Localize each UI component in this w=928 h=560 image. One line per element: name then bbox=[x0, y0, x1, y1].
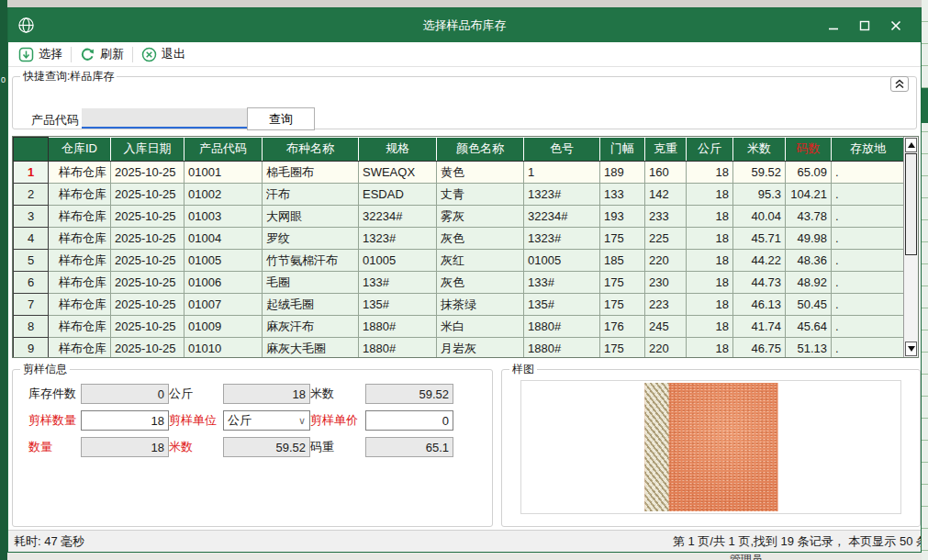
table-cell[interactable]: 01009 bbox=[184, 316, 263, 338]
table-cell[interactable]: 2025-10-25 bbox=[111, 228, 184, 250]
table-cell[interactable]: 01006 bbox=[184, 272, 263, 294]
row-number[interactable]: 7 bbox=[14, 294, 49, 316]
table-cell[interactable]: 1323# bbox=[524, 184, 600, 206]
table-cell[interactable]: 01001 bbox=[184, 162, 263, 184]
table-cell[interactable]: 41.74 bbox=[733, 316, 786, 338]
table-cell[interactable]: 抹茶绿 bbox=[437, 294, 524, 316]
table-row[interactable]: 9样布仓库2025-10-2501010麻灰大毛圈1880#月岩灰1880#17… bbox=[14, 338, 905, 359]
table-cell[interactable]: 灰色 bbox=[437, 272, 524, 294]
table-cell[interactable]: 月岩灰 bbox=[437, 338, 524, 359]
table-cell[interactable]: 104.21 bbox=[786, 184, 832, 206]
table-cell[interactable]: 01004 bbox=[184, 228, 263, 250]
table-cell[interactable]: 220 bbox=[645, 250, 687, 272]
table-cell[interactable]: 2025-10-25 bbox=[111, 184, 184, 206]
table-cell[interactable]: 133 bbox=[600, 184, 645, 206]
table-cell[interactable]: 44.73 bbox=[733, 272, 786, 294]
table-cell[interactable]: 46.75 bbox=[733, 338, 786, 359]
table-cell[interactable]: 2025-10-25 bbox=[111, 250, 184, 272]
row-number[interactable]: 4 bbox=[14, 228, 49, 250]
table-cell[interactable]: 灰色 bbox=[437, 228, 524, 250]
table-cell[interactable]: 189 bbox=[600, 162, 645, 184]
row-number[interactable]: 6 bbox=[14, 272, 49, 294]
column-header[interactable]: 门幅 bbox=[600, 138, 645, 162]
table-cell[interactable]: 45.71 bbox=[733, 228, 786, 250]
cut-price-field[interactable]: 0 bbox=[365, 410, 453, 431]
column-header[interactable]: 规格 bbox=[359, 138, 437, 162]
table-cell[interactable]: 2025-10-25 bbox=[111, 338, 184, 359]
table-cell[interactable]: 01010 bbox=[184, 338, 263, 359]
table-cell[interactable]: 43.78 bbox=[786, 206, 832, 228]
table-cell[interactable]: 竹节氨棉汗布 bbox=[263, 250, 359, 272]
cut-qty-field[interactable]: 18 bbox=[81, 410, 169, 431]
table-row[interactable]: 7样布仓库2025-10-2501007起绒毛圈135#抹茶绿135#17522… bbox=[14, 294, 905, 316]
table-cell[interactable]: 2025-10-25 bbox=[111, 294, 184, 316]
column-header[interactable]: 存放地 bbox=[832, 138, 905, 162]
table-cell[interactable]: 185 bbox=[600, 250, 645, 272]
table-cell[interactable]: 49.98 bbox=[786, 228, 832, 250]
table-cell[interactable]: . bbox=[832, 294, 905, 316]
scrollbar-thumb[interactable] bbox=[905, 153, 917, 255]
maximize-button[interactable] bbox=[849, 14, 880, 38]
table-row[interactable]: 8样布仓库2025-10-2501009麻灰汗布1880#米白1880#1762… bbox=[14, 316, 905, 338]
table-cell[interactable]: 193 bbox=[600, 206, 645, 228]
table-cell[interactable]: 18 bbox=[687, 316, 733, 338]
table-cell[interactable]: SWEAQX bbox=[359, 162, 437, 184]
table-row[interactable]: 5样布仓库2025-10-2501005竹节氨棉汗布01005灰红0100518… bbox=[14, 250, 905, 272]
table-cell[interactable]: 01005 bbox=[184, 250, 263, 272]
table-cell[interactable]: 2025-10-25 bbox=[111, 162, 184, 184]
table-cell[interactable]: 米白 bbox=[437, 316, 524, 338]
row-number[interactable]: 5 bbox=[14, 250, 49, 272]
table-cell[interactable]: 1 bbox=[524, 162, 600, 184]
table-cell[interactable]: 175 bbox=[600, 338, 645, 359]
column-header[interactable]: 入库日期 bbox=[111, 138, 184, 162]
cut-unit-select[interactable]: 公斤∨ bbox=[223, 410, 310, 431]
table-cell[interactable]: . bbox=[832, 272, 905, 294]
table-cell[interactable]: 46.13 bbox=[733, 294, 786, 316]
table-cell[interactable]: 01002 bbox=[184, 184, 263, 206]
table-cell[interactable]: 起绒毛圈 bbox=[263, 294, 359, 316]
table-cell[interactable]: 1323# bbox=[359, 228, 437, 250]
table-cell[interactable]: 1323# bbox=[524, 228, 600, 250]
column-header[interactable]: 码数 bbox=[786, 138, 832, 162]
table-cell[interactable]: 245 bbox=[645, 316, 687, 338]
table-cell[interactable]: 133# bbox=[524, 272, 600, 294]
table-cell[interactable]: 2025-10-25 bbox=[111, 316, 184, 338]
table-cell[interactable]: 18 bbox=[687, 162, 733, 184]
column-header[interactable]: 产品代码 bbox=[184, 138, 263, 162]
table-cell[interactable]: . bbox=[832, 184, 905, 206]
table-cell[interactable]: 1880# bbox=[524, 316, 600, 338]
table-cell[interactable]: 135# bbox=[359, 294, 437, 316]
close-button[interactable] bbox=[880, 14, 911, 38]
table-row[interactable]: 2样布仓库2025-10-2501002汗布ESDAD丈青1323#133142… bbox=[14, 184, 905, 206]
table-cell[interactable]: 230 bbox=[645, 272, 687, 294]
table-cell[interactable]: 样布仓库 bbox=[49, 250, 111, 272]
table-cell[interactable]: 50.45 bbox=[786, 294, 832, 316]
table-cell[interactable]: 32234# bbox=[524, 206, 600, 228]
row-number[interactable]: 2 bbox=[14, 184, 49, 206]
table-cell[interactable]: 160 bbox=[645, 162, 687, 184]
row-number[interactable]: 8 bbox=[14, 316, 49, 338]
table-row[interactable]: 6样布仓库2025-10-2501006毛圈133#灰色133#17523018… bbox=[14, 272, 905, 294]
table-cell[interactable]: 雾灰 bbox=[437, 206, 524, 228]
table-cell[interactable]: 175 bbox=[600, 228, 645, 250]
table-cell[interactable]: 18 bbox=[687, 228, 733, 250]
column-header[interactable]: 颜色名称 bbox=[437, 138, 524, 162]
refresh-button[interactable]: 刷新 bbox=[72, 43, 132, 66]
table-cell[interactable]: 01005 bbox=[359, 250, 437, 272]
table-cell[interactable]: 51.13 bbox=[786, 338, 832, 359]
table-cell[interactable]: 样布仓库 bbox=[49, 316, 111, 338]
column-header[interactable]: 色号 bbox=[524, 138, 600, 162]
table-cell[interactable]: 01007 bbox=[184, 294, 263, 316]
table-row[interactable]: 3样布仓库2025-10-2501003大网眼32234#雾灰32234#193… bbox=[14, 206, 905, 228]
table-cell[interactable]: 1880# bbox=[359, 338, 437, 359]
table-row[interactable]: 1样布仓库2025-10-2501001棉毛圈布SWEAQX黄色11891601… bbox=[14, 162, 905, 184]
minimize-button[interactable] bbox=[818, 14, 849, 38]
table-cell[interactable]: 大网眼 bbox=[263, 206, 359, 228]
table-cell[interactable]: 220 bbox=[645, 338, 687, 359]
table-row[interactable]: 4样布仓库2025-10-2501004罗纹1323#灰色1323#175225… bbox=[14, 228, 905, 250]
table-cell[interactable]: 麻灰汗布 bbox=[263, 316, 359, 338]
table-cell[interactable]: 毛圈 bbox=[263, 272, 359, 294]
table-cell[interactable]: 223 bbox=[645, 294, 687, 316]
table-cell[interactable]: 样布仓库 bbox=[49, 162, 111, 184]
table-cell[interactable]: 48.92 bbox=[786, 272, 832, 294]
